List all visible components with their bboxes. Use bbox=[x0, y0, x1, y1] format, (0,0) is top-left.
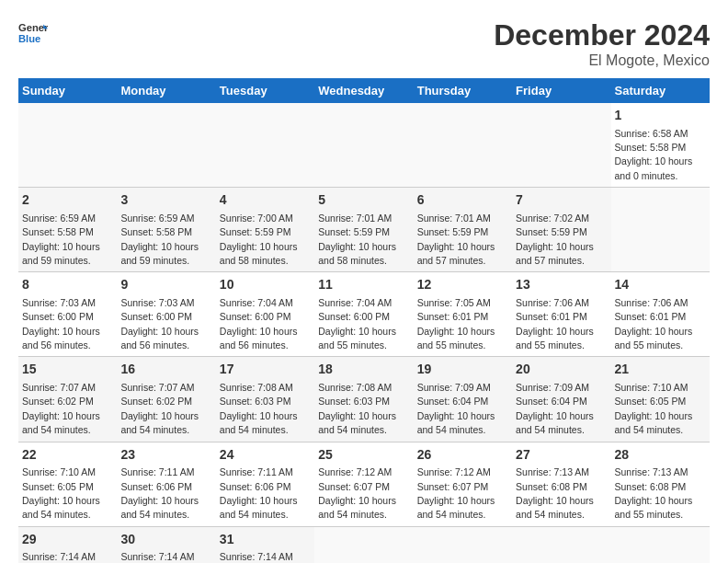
day-number: 25 bbox=[318, 446, 409, 465]
sunrise-info: Sunrise: 7:01 AMSunset: 5:59 PMDaylight:… bbox=[318, 213, 396, 266]
calendar-cell bbox=[216, 103, 314, 188]
day-number: 16 bbox=[120, 361, 211, 379]
sunrise-info: Sunrise: 7:05 AMSunset: 6:01 PMDaylight:… bbox=[417, 297, 495, 350]
day-number: 22 bbox=[22, 446, 113, 465]
day-number: 15 bbox=[22, 361, 113, 379]
sunrise-info: Sunrise: 7:08 AMSunset: 6:03 PMDaylight:… bbox=[220, 382, 298, 435]
week-row-5: 22 Sunrise: 7:10 AMSunset: 6:05 PMDaylig… bbox=[18, 442, 710, 526]
calendar-cell: 18 Sunrise: 7:08 AMSunset: 6:03 PMDaylig… bbox=[314, 357, 413, 442]
calendar-cell: 11 Sunrise: 7:04 AMSunset: 6:00 PMDaylig… bbox=[314, 272, 413, 357]
day-number: 31 bbox=[220, 531, 311, 549]
calendar-cell: 30 Sunrise: 7:14 AMSunset: 6:09 PMDaylig… bbox=[117, 526, 215, 563]
calendar-cell: 1 Sunrise: 6:58 AMSunset: 5:58 PMDayligh… bbox=[611, 103, 710, 188]
day-number: 3 bbox=[120, 191, 211, 210]
sunrise-info: Sunrise: 7:07 AMSunset: 6:02 PMDaylight:… bbox=[22, 382, 100, 435]
calendar-cell: 3 Sunrise: 6:59 AMSunset: 5:58 PMDayligh… bbox=[117, 188, 215, 272]
sunrise-info: Sunrise: 7:13 AMSunset: 6:08 PMDaylight:… bbox=[516, 466, 594, 520]
col-header-tuesday: Tuesday bbox=[216, 78, 314, 103]
sunrise-info: Sunrise: 7:07 AMSunset: 6:02 PMDaylight:… bbox=[120, 382, 199, 435]
calendar-cell bbox=[18, 103, 117, 188]
day-number: 30 bbox=[120, 531, 211, 549]
sunrise-info: Sunrise: 7:10 AMSunset: 6:05 PMDaylight:… bbox=[615, 382, 693, 435]
day-number: 9 bbox=[120, 276, 211, 294]
calendar-cell: 27 Sunrise: 7:13 AMSunset: 6:08 PMDaylig… bbox=[512, 442, 610, 526]
calendar-cell: 17 Sunrise: 7:08 AMSunset: 6:03 PMDaylig… bbox=[216, 357, 314, 442]
calendar-cell bbox=[314, 526, 413, 563]
calendar-cell bbox=[611, 526, 710, 563]
logo: General Blue bbox=[18, 18, 48, 48]
day-number: 29 bbox=[22, 531, 113, 549]
day-number: 24 bbox=[220, 446, 311, 465]
sunrise-info: Sunrise: 7:02 AMSunset: 5:59 PMDaylight:… bbox=[516, 213, 594, 266]
day-number: 19 bbox=[417, 361, 508, 379]
calendar-cell: 21 Sunrise: 7:10 AMSunset: 6:05 PMDaylig… bbox=[611, 357, 710, 442]
calendar-cell: 23 Sunrise: 7:11 AMSunset: 6:06 PMDaylig… bbox=[117, 442, 215, 526]
col-header-sunday: Sunday bbox=[18, 78, 117, 103]
day-number: 2 bbox=[22, 191, 113, 210]
page-subtitle: El Mogote, Mexico bbox=[494, 52, 710, 69]
col-header-saturday: Saturday bbox=[611, 78, 710, 103]
calendar-cell bbox=[512, 103, 610, 188]
col-header-wednesday: Wednesday bbox=[314, 78, 413, 103]
calendar-cell: 20 Sunrise: 7:09 AMSunset: 6:04 PMDaylig… bbox=[512, 357, 610, 442]
col-header-thursday: Thursday bbox=[414, 78, 512, 103]
sunrise-info: Sunrise: 7:14 AMSunset: 6:09 PMDaylight:… bbox=[120, 551, 199, 563]
day-number: 28 bbox=[615, 446, 706, 465]
calendar-cell bbox=[414, 526, 512, 563]
day-number: 20 bbox=[516, 361, 607, 379]
day-number: 14 bbox=[615, 276, 706, 294]
calendar-cell bbox=[512, 526, 610, 563]
sunrise-info: Sunrise: 7:06 AMSunset: 6:01 PMDaylight:… bbox=[516, 297, 594, 350]
calendar-cell: 28 Sunrise: 7:13 AMSunset: 6:08 PMDaylig… bbox=[611, 442, 710, 526]
week-row-3: 8 Sunrise: 7:03 AMSunset: 6:00 PMDayligh… bbox=[18, 272, 710, 357]
page-header: General Blue December 2024 El Mogote, Me… bbox=[18, 18, 710, 69]
calendar-cell: 14 Sunrise: 7:06 AMSunset: 6:01 PMDaylig… bbox=[611, 272, 710, 357]
sunrise-info: Sunrise: 7:03 AMSunset: 6:00 PMDaylight:… bbox=[120, 297, 199, 350]
sunrise-info: Sunrise: 7:13 AMSunset: 6:08 PMDaylight:… bbox=[615, 466, 693, 520]
calendar-cell bbox=[117, 103, 215, 188]
sunrise-info: Sunrise: 7:04 AMSunset: 6:00 PMDaylight:… bbox=[318, 297, 396, 350]
week-row-6: 29 Sunrise: 7:14 AMSunset: 6:09 PMDaylig… bbox=[18, 526, 710, 563]
week-row-2: 2 Sunrise: 6:59 AMSunset: 5:58 PMDayligh… bbox=[18, 188, 710, 272]
week-row-4: 15 Sunrise: 7:07 AMSunset: 6:02 PMDaylig… bbox=[18, 357, 710, 442]
calendar-cell: 10 Sunrise: 7:04 AMSunset: 6:00 PMDaylig… bbox=[216, 272, 314, 357]
col-header-friday: Friday bbox=[512, 78, 610, 103]
sunrise-info: Sunrise: 7:01 AMSunset: 5:59 PMDaylight:… bbox=[417, 213, 495, 266]
calendar-cell: 6 Sunrise: 7:01 AMSunset: 5:59 PMDayligh… bbox=[414, 188, 512, 272]
sunrise-info: Sunrise: 7:09 AMSunset: 6:04 PMDaylight:… bbox=[417, 382, 495, 435]
calendar-cell: 2 Sunrise: 6:59 AMSunset: 5:58 PMDayligh… bbox=[18, 188, 117, 272]
svg-text:Blue: Blue bbox=[18, 33, 40, 44]
sunrise-info: Sunrise: 7:09 AMSunset: 6:04 PMDaylight:… bbox=[516, 382, 594, 435]
calendar-cell: 29 Sunrise: 7:14 AMSunset: 6:09 PMDaylig… bbox=[18, 526, 117, 563]
calendar-cell: 13 Sunrise: 7:06 AMSunset: 6:01 PMDaylig… bbox=[512, 272, 610, 357]
sunrise-info: Sunrise: 7:12 AMSunset: 6:07 PMDaylight:… bbox=[318, 466, 396, 520]
sunrise-info: Sunrise: 7:11 AMSunset: 6:06 PMDaylight:… bbox=[120, 466, 199, 520]
calendar-cell: 26 Sunrise: 7:12 AMSunset: 6:07 PMDaylig… bbox=[414, 442, 512, 526]
week-row-1: 1 Sunrise: 6:58 AMSunset: 5:58 PMDayligh… bbox=[18, 103, 710, 188]
day-number: 10 bbox=[220, 276, 311, 294]
calendar-cell bbox=[611, 188, 710, 272]
day-number: 11 bbox=[318, 276, 409, 294]
day-number: 17 bbox=[220, 361, 311, 379]
calendar-cell: 19 Sunrise: 7:09 AMSunset: 6:04 PMDaylig… bbox=[414, 357, 512, 442]
sunrise-info: Sunrise: 7:14 AMSunset: 6:10 PMDaylight:… bbox=[220, 551, 298, 563]
day-number: 5 bbox=[318, 191, 409, 210]
calendar-cell: 12 Sunrise: 7:05 AMSunset: 6:01 PMDaylig… bbox=[414, 272, 512, 357]
day-number: 4 bbox=[220, 191, 311, 210]
calendar-cell: 5 Sunrise: 7:01 AMSunset: 5:59 PMDayligh… bbox=[314, 188, 413, 272]
calendar-cell: 4 Sunrise: 7:00 AMSunset: 5:59 PMDayligh… bbox=[216, 188, 314, 272]
calendar-cell: 22 Sunrise: 7:10 AMSunset: 6:05 PMDaylig… bbox=[18, 442, 117, 526]
day-number: 1 bbox=[615, 107, 706, 125]
calendar-cell bbox=[314, 103, 413, 188]
day-number: 7 bbox=[516, 191, 607, 210]
logo-icon: General Blue bbox=[18, 18, 48, 48]
sunrise-info: Sunrise: 7:04 AMSunset: 6:00 PMDaylight:… bbox=[220, 297, 298, 350]
day-number: 8 bbox=[22, 276, 113, 294]
sunrise-info: Sunrise: 7:14 AMSunset: 6:09 PMDaylight:… bbox=[22, 551, 100, 563]
calendar-cell: 15 Sunrise: 7:07 AMSunset: 6:02 PMDaylig… bbox=[18, 357, 117, 442]
day-number: 26 bbox=[417, 446, 508, 465]
sunrise-info: Sunrise: 7:03 AMSunset: 6:00 PMDaylight:… bbox=[22, 297, 100, 350]
sunrise-info: Sunrise: 7:11 AMSunset: 6:06 PMDaylight:… bbox=[220, 466, 298, 520]
sunrise-info: Sunrise: 7:12 AMSunset: 6:07 PMDaylight:… bbox=[417, 466, 495, 520]
sunrise-info: Sunrise: 7:08 AMSunset: 6:03 PMDaylight:… bbox=[318, 382, 396, 435]
